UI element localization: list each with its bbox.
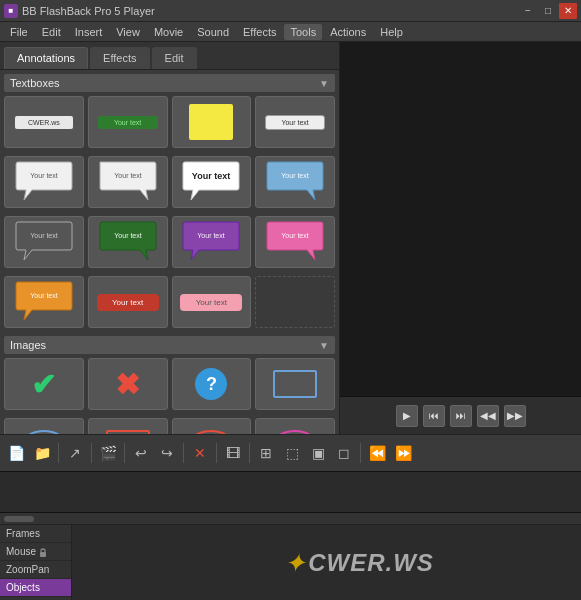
textbox-item-1[interactable]: CWER.ws [4,96,84,148]
next-track-icon[interactable]: ⏩ [391,441,415,465]
watermark-text: CWER.WS [308,549,434,577]
menu-help[interactable]: Help [374,24,409,40]
menu-insert[interactable]: Insert [69,24,109,40]
crop-icon[interactable]: ⬚ [280,441,304,465]
svg-text:Your text: Your text [114,172,141,179]
textbox-item-6[interactable]: Your text [88,156,168,208]
open-icon[interactable]: 📁 [30,441,54,465]
menu-tools[interactable]: Tools [284,24,322,40]
textbox-item-13[interactable]: Your text [4,276,84,328]
svg-text:Your text: Your text [114,232,141,239]
textbox-item-4[interactable]: Your text [255,96,335,148]
image-checkmark[interactable]: ✔ [4,358,84,410]
track-mouse[interactable]: Mouse [0,543,71,561]
panel-content[interactable]: Textboxes ▼ CWER.ws Your text [0,70,339,434]
checkmark-icon: ✔ [31,367,56,402]
close-button[interactable]: ✕ [559,3,577,19]
timeline-scroll-bar[interactable] [0,513,581,525]
textbox-item-10[interactable]: Your text [88,216,168,268]
tab-edit[interactable]: Edit [152,47,197,69]
textbox-grid-row2: Your text Your text Your text [4,156,335,208]
grid-icon[interactable]: ⊞ [254,441,278,465]
textboxes-section-header[interactable]: Textboxes ▼ [4,74,335,92]
textbox-item-12[interactable]: Your text [255,216,335,268]
menu-view[interactable]: View [110,24,146,40]
play-button[interactable]: ▶ [396,405,418,427]
redo-icon[interactable]: ↪ [155,441,179,465]
sep7 [360,443,361,463]
delete-icon[interactable]: ✕ [188,441,212,465]
forward-button[interactable]: ▶▶ [504,405,526,427]
textbox-item-7[interactable]: Your text [172,156,252,208]
textbox-item-2[interactable]: Your text [88,96,168,148]
video-icon[interactable]: 🎬 [96,441,120,465]
image-oval-pink[interactable] [255,418,335,434]
xmark-icon: ✖ [115,367,140,402]
bubble-svg-8: Your text [263,220,327,264]
prev-track-icon[interactable]: ⏪ [365,441,389,465]
menu-edit[interactable]: Edit [36,24,67,40]
track-zoompan[interactable]: ZoomPan [0,561,71,579]
svg-text:Your text: Your text [30,172,57,179]
title-bar-title: BB FlashBack Pro 5 Player [22,5,155,17]
bubble-svg-5: Your text [12,220,76,264]
textboxes-label: Textboxes [10,77,60,89]
watermark-icon: ✦ [284,548,306,579]
oval-outline-blue-icon [22,430,66,434]
new-icon[interactable]: 📄 [4,441,28,465]
textbox-item-8[interactable]: Your text [255,156,335,208]
textbox-item-15[interactable]: Your text [172,276,252,328]
timeline-scrollbar-thumb[interactable] [4,516,34,522]
window-icon[interactable]: ◻ [332,441,356,465]
images-label: Images [10,339,46,351]
rect-icon[interactable]: ▣ [306,441,330,465]
track-objects[interactable]: Objects [0,579,71,597]
tab-annotations[interactable]: Annotations [4,47,88,69]
sep5 [216,443,217,463]
textbox-item-16[interactable] [255,276,335,328]
images-section-header[interactable]: Images ▼ [4,336,335,354]
menu-effects[interactable]: Effects [237,24,282,40]
tab-effects[interactable]: Effects [90,47,149,69]
image-rect-blue[interactable] [255,358,335,410]
menu-movie[interactable]: Movie [148,24,189,40]
sep4 [183,443,184,463]
menu-sound[interactable]: Sound [191,24,235,40]
rewind-button[interactable]: ◀◀ [477,405,499,427]
timeline-tracks: Frames Mouse ZoomPan Objects ✦ CWER.WS [0,525,581,600]
frame-icon[interactable]: 🎞 [221,441,245,465]
left-panel: Annotations Effects Edit Textboxes ▼ CWE… [0,42,340,434]
menu-actions[interactable]: Actions [324,24,372,40]
image-oval-red[interactable] [172,418,252,434]
title-bar-controls[interactable]: − □ ✕ [519,3,577,19]
menu-file[interactable]: File [4,24,34,40]
timeline-area: Frames Mouse ZoomPan Objects ✦ CWER.WS [0,512,581,600]
next-button[interactable]: ⏭ [450,405,472,427]
minimize-button[interactable]: − [519,3,537,19]
image-rect-red[interactable] [88,418,168,434]
svg-text:Your text: Your text [198,232,225,239]
textbox-item-5[interactable]: Your text [4,156,84,208]
bubble-svg-4: Your text [263,160,327,204]
prev-button[interactable]: ⏮ [423,405,445,427]
share-icon[interactable]: ↗ [63,441,87,465]
menu-bar: File Edit Insert View Movie Sound Effect… [0,22,581,42]
right-panel: ▶ ⏮ ⏭ ◀◀ ▶▶ [340,42,581,434]
undo-icon[interactable]: ↩ [129,441,153,465]
textbox-item-11[interactable]: Your text [172,216,252,268]
textbox-item-3[interactable] [172,96,252,148]
title-bar: ■ BB FlashBack Pro 5 Player − □ ✕ [0,0,581,22]
textbox-item-14[interactable]: Your text [88,276,168,328]
image-xmark[interactable]: ✖ [88,358,168,410]
textboxes-arrow: ▼ [319,78,329,89]
maximize-button[interactable]: □ [539,3,557,19]
track-frames[interactable]: Frames [0,525,71,543]
textbox-item-9[interactable]: Your text [4,216,84,268]
watermark: ✦ CWER.WS [137,526,581,600]
image-oval-blue[interactable] [4,418,84,434]
sep3 [124,443,125,463]
svg-text:Your text: Your text [30,292,57,299]
sep1 [58,443,59,463]
track-content: ✦ CWER.WS [72,525,581,600]
image-question[interactable]: ? [172,358,252,410]
